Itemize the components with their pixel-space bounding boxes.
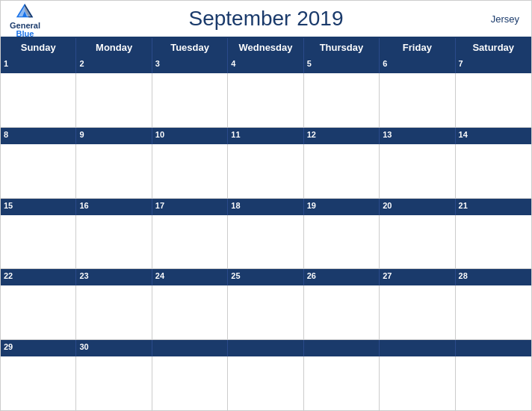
day-10: 10 bbox=[152, 128, 228, 144]
day-5: 5 bbox=[304, 57, 380, 73]
day-16: 16 bbox=[76, 199, 152, 215]
day-empty-3 bbox=[304, 340, 380, 356]
day-3: 3 bbox=[152, 57, 228, 73]
day-20: 20 bbox=[380, 199, 455, 215]
cell-w2-sun bbox=[1, 144, 76, 198]
week-4-body bbox=[1, 285, 531, 339]
week-5: 29 30 bbox=[1, 340, 531, 410]
day-header-wednesday: Wednesday bbox=[228, 38, 303, 57]
day-17: 17 bbox=[152, 199, 228, 215]
cell-w4-sun bbox=[1, 285, 76, 339]
calendar: General Blue September 2019 Jersey Sunda… bbox=[0, 0, 532, 411]
cell-w1-wed bbox=[228, 73, 303, 127]
cell-w5-fri bbox=[380, 356, 455, 410]
day-24: 24 bbox=[152, 269, 228, 285]
day-header-saturday: Saturday bbox=[456, 38, 531, 57]
week-1: 1 2 3 4 5 6 7 bbox=[1, 57, 531, 128]
day-30: 30 bbox=[76, 340, 152, 356]
day-19: 19 bbox=[304, 199, 380, 215]
week-2-numbers: 8 9 10 11 12 13 14 bbox=[1, 128, 531, 144]
day-26: 26 bbox=[304, 269, 380, 285]
cell-w4-tue bbox=[152, 285, 228, 339]
day-header-tuesday: Tuesday bbox=[152, 38, 228, 57]
week-2: 8 9 10 11 12 13 14 bbox=[1, 128, 531, 199]
calendar-grid: Sunday Monday Tuesday Wednesday Thursday… bbox=[1, 37, 531, 410]
cell-w3-thu bbox=[304, 215, 380, 269]
week-5-body bbox=[1, 356, 531, 410]
day-23: 23 bbox=[76, 269, 152, 285]
day-29: 29 bbox=[1, 340, 76, 356]
calendar-header: General Blue September 2019 Jersey bbox=[1, 1, 531, 37]
cell-w1-sat bbox=[456, 73, 531, 127]
cell-w2-thu bbox=[304, 144, 380, 198]
cell-w3-mon bbox=[76, 215, 152, 269]
week-4: 22 23 24 25 26 27 28 bbox=[1, 269, 531, 340]
day-header-thursday: Thursday bbox=[304, 38, 380, 57]
logo-blue: Blue bbox=[16, 30, 34, 38]
cell-w2-sat bbox=[456, 144, 531, 198]
day-4: 4 bbox=[228, 57, 303, 73]
week-3-numbers: 15 16 17 18 19 20 21 bbox=[1, 199, 531, 215]
day-6: 6 bbox=[380, 57, 455, 73]
day-28: 28 bbox=[456, 269, 531, 285]
cell-w3-tue bbox=[152, 215, 228, 269]
cell-w4-wed bbox=[228, 285, 303, 339]
day-9: 9 bbox=[76, 128, 152, 144]
cell-w3-fri bbox=[380, 215, 455, 269]
day-14: 14 bbox=[456, 128, 531, 144]
day-18: 18 bbox=[228, 199, 303, 215]
day-11: 11 bbox=[228, 128, 303, 144]
region-label: Jersey bbox=[491, 13, 519, 25]
cell-w4-sat bbox=[456, 285, 531, 339]
day-empty-4 bbox=[380, 340, 455, 356]
day-empty-2 bbox=[228, 340, 303, 356]
week-3: 15 16 17 18 19 20 21 bbox=[1, 199, 531, 270]
day-1: 1 bbox=[1, 57, 76, 73]
cell-w3-wed bbox=[228, 215, 303, 269]
day-header-monday: Monday bbox=[76, 38, 152, 57]
cell-w1-sun bbox=[1, 73, 76, 127]
day-27: 27 bbox=[380, 269, 455, 285]
cell-w5-thu bbox=[304, 356, 380, 410]
weeks-container: 1 2 3 4 5 6 7 bbox=[1, 57, 531, 410]
day-7: 7 bbox=[456, 57, 531, 73]
logo: General Blue bbox=[10, 0, 40, 38]
day-empty-5 bbox=[456, 340, 531, 356]
day-12: 12 bbox=[304, 128, 380, 144]
cell-w4-thu bbox=[304, 285, 380, 339]
day-22: 22 bbox=[1, 269, 76, 285]
day-empty-1 bbox=[152, 340, 228, 356]
cell-w5-tue bbox=[152, 356, 228, 410]
cell-w2-mon bbox=[76, 144, 152, 198]
day-13: 13 bbox=[380, 128, 455, 144]
week-4-numbers: 22 23 24 25 26 27 28 bbox=[1, 269, 531, 285]
cell-w2-wed bbox=[228, 144, 303, 198]
cell-w1-fri bbox=[380, 73, 455, 127]
day-header-friday: Friday bbox=[380, 38, 455, 57]
cell-w2-fri bbox=[380, 144, 455, 198]
cell-w5-sat bbox=[456, 356, 531, 410]
month-title: September 2019 bbox=[188, 7, 343, 31]
cell-w1-mon bbox=[76, 73, 152, 127]
logo-icon bbox=[14, 0, 35, 21]
day-2: 2 bbox=[76, 57, 152, 73]
day-header-sunday: Sunday bbox=[1, 38, 76, 57]
day-25: 25 bbox=[228, 269, 303, 285]
cell-w5-mon bbox=[76, 356, 152, 410]
cell-w5-wed bbox=[228, 356, 303, 410]
week-2-body bbox=[1, 144, 531, 198]
cell-w5-sun bbox=[1, 356, 76, 410]
cell-w1-tue bbox=[152, 73, 228, 127]
cell-w4-fri bbox=[380, 285, 455, 339]
day-8: 8 bbox=[1, 128, 76, 144]
day-headers-row: Sunday Monday Tuesday Wednesday Thursday… bbox=[1, 38, 531, 57]
week-1-body bbox=[1, 73, 531, 127]
day-15: 15 bbox=[1, 199, 76, 215]
day-21: 21 bbox=[456, 199, 531, 215]
week-3-body bbox=[1, 215, 531, 269]
week-5-numbers: 29 30 bbox=[1, 340, 531, 356]
cell-w3-sat bbox=[456, 215, 531, 269]
cell-w1-thu bbox=[304, 73, 380, 127]
cell-w2-tue bbox=[152, 144, 228, 198]
cell-w3-sun bbox=[1, 215, 76, 269]
